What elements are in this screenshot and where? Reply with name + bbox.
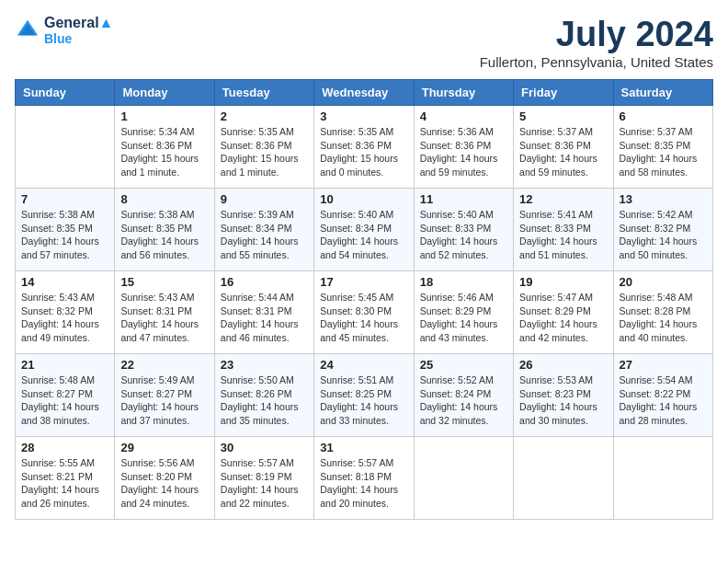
calendar-week-row: 1Sunrise: 5:34 AM Sunset: 8:36 PM Daylig… xyxy=(16,106,713,189)
column-header-thursday: Thursday xyxy=(414,80,513,106)
day-info: Sunrise: 5:35 AM Sunset: 8:36 PM Dayligh… xyxy=(221,125,308,179)
day-number: 13 xyxy=(620,192,707,206)
day-number: 25 xyxy=(420,358,507,372)
title-block: July 2024 Fullerton, Pennsylvania, Unite… xyxy=(480,15,713,70)
calendar-cell: 12Sunrise: 5:41 AM Sunset: 8:33 PM Dayli… xyxy=(514,189,613,271)
calendar-cell: 19Sunrise: 5:47 AM Sunset: 8:29 PM Dayli… xyxy=(514,271,613,354)
calendar-cell: 29Sunrise: 5:56 AM Sunset: 8:20 PM Dayli… xyxy=(115,437,214,520)
day-info: Sunrise: 5:38 AM Sunset: 8:35 PM Dayligh… xyxy=(21,208,108,262)
calendar-cell: 25Sunrise: 5:52 AM Sunset: 8:24 PM Dayli… xyxy=(414,354,513,437)
calendar-cell: 24Sunrise: 5:51 AM Sunset: 8:25 PM Dayli… xyxy=(314,354,414,437)
day-number: 1 xyxy=(120,109,208,123)
day-info: Sunrise: 5:42 AM Sunset: 8:32 PM Dayligh… xyxy=(620,208,707,262)
day-number: 29 xyxy=(120,441,208,454)
calendar-cell: 1Sunrise: 5:34 AM Sunset: 8:36 PM Daylig… xyxy=(115,106,214,189)
column-header-friday: Friday xyxy=(514,80,613,106)
day-number: 27 xyxy=(620,358,707,372)
calendar-cell: 30Sunrise: 5:57 AM Sunset: 8:19 PM Dayli… xyxy=(214,437,313,520)
day-number: 2 xyxy=(221,109,308,123)
calendar-week-row: 28Sunrise: 5:55 AM Sunset: 8:21 PM Dayli… xyxy=(16,437,713,520)
page-header: General▲ Blue July 2024 Fullerton, Penns… xyxy=(15,15,713,70)
calendar-cell: 16Sunrise: 5:44 AM Sunset: 8:31 PM Dayli… xyxy=(214,271,313,354)
location: Fullerton, Pennsylvania, United States xyxy=(480,54,713,70)
day-number: 14 xyxy=(21,275,108,289)
day-info: Sunrise: 5:45 AM Sunset: 8:30 PM Dayligh… xyxy=(320,291,407,345)
day-info: Sunrise: 5:51 AM Sunset: 8:25 PM Dayligh… xyxy=(320,373,407,428)
day-info: Sunrise: 5:48 AM Sunset: 8:28 PM Dayligh… xyxy=(620,291,707,345)
day-info: Sunrise: 5:38 AM Sunset: 8:35 PM Dayligh… xyxy=(120,208,208,262)
day-info: Sunrise: 5:39 AM Sunset: 8:34 PM Dayligh… xyxy=(221,208,308,262)
calendar-cell: 4Sunrise: 5:36 AM Sunset: 8:36 PM Daylig… xyxy=(414,106,513,189)
day-info: Sunrise: 5:37 AM Sunset: 8:36 PM Dayligh… xyxy=(519,125,607,179)
calendar-cell: 23Sunrise: 5:50 AM Sunset: 8:26 PM Dayli… xyxy=(214,354,313,437)
day-info: Sunrise: 5:49 AM Sunset: 8:27 PM Dayligh… xyxy=(120,373,208,428)
calendar-cell: 9Sunrise: 5:39 AM Sunset: 8:34 PM Daylig… xyxy=(214,189,313,271)
day-number: 28 xyxy=(21,441,108,454)
day-info: Sunrise: 5:43 AM Sunset: 8:31 PM Dayligh… xyxy=(120,291,208,345)
day-number: 30 xyxy=(221,441,308,454)
calendar-cell xyxy=(514,437,613,520)
calendar-cell: 11Sunrise: 5:40 AM Sunset: 8:33 PM Dayli… xyxy=(414,189,513,271)
day-info: Sunrise: 5:57 AM Sunset: 8:18 PM Dayligh… xyxy=(320,456,407,511)
day-number: 9 xyxy=(221,192,308,206)
calendar-cell: 27Sunrise: 5:54 AM Sunset: 8:22 PM Dayli… xyxy=(613,354,712,437)
calendar-cell: 15Sunrise: 5:43 AM Sunset: 8:31 PM Dayli… xyxy=(115,271,214,354)
calendar-cell: 7Sunrise: 5:38 AM Sunset: 8:35 PM Daylig… xyxy=(16,189,115,271)
calendar-cell: 18Sunrise: 5:46 AM Sunset: 8:29 PM Dayli… xyxy=(414,271,513,354)
day-number: 11 xyxy=(420,192,507,206)
day-info: Sunrise: 5:56 AM Sunset: 8:20 PM Dayligh… xyxy=(120,456,208,511)
column-header-saturday: Saturday xyxy=(613,80,712,106)
calendar-table: SundayMondayTuesdayWednesdayThursdayFrid… xyxy=(15,79,713,520)
day-number: 17 xyxy=(320,275,407,289)
day-info: Sunrise: 5:44 AM Sunset: 8:31 PM Dayligh… xyxy=(221,291,308,345)
calendar-cell: 8Sunrise: 5:38 AM Sunset: 8:35 PM Daylig… xyxy=(115,189,214,271)
calendar-cell: 20Sunrise: 5:48 AM Sunset: 8:28 PM Dayli… xyxy=(613,271,712,354)
day-number: 10 xyxy=(320,192,407,206)
day-number: 5 xyxy=(519,109,607,123)
day-info: Sunrise: 5:53 AM Sunset: 8:23 PM Dayligh… xyxy=(519,373,607,428)
logo-text: General▲ Blue xyxy=(44,15,113,46)
calendar-cell: 5Sunrise: 5:37 AM Sunset: 8:36 PM Daylig… xyxy=(514,106,613,189)
day-info: Sunrise: 5:36 AM Sunset: 8:36 PM Dayligh… xyxy=(420,125,507,179)
day-number: 23 xyxy=(221,358,308,372)
calendar-cell: 17Sunrise: 5:45 AM Sunset: 8:30 PM Dayli… xyxy=(314,271,414,354)
column-header-sunday: Sunday xyxy=(16,80,115,106)
calendar-week-row: 7Sunrise: 5:38 AM Sunset: 8:35 PM Daylig… xyxy=(16,189,713,271)
calendar-cell: 10Sunrise: 5:40 AM Sunset: 8:34 PM Dayli… xyxy=(314,189,414,271)
day-info: Sunrise: 5:55 AM Sunset: 8:21 PM Dayligh… xyxy=(21,456,108,511)
calendar-cell: 6Sunrise: 5:37 AM Sunset: 8:35 PM Daylig… xyxy=(613,106,712,189)
day-info: Sunrise: 5:48 AM Sunset: 8:27 PM Dayligh… xyxy=(21,373,108,428)
day-info: Sunrise: 5:34 AM Sunset: 8:36 PM Dayligh… xyxy=(120,125,208,179)
day-number: 21 xyxy=(21,358,108,372)
day-info: Sunrise: 5:41 AM Sunset: 8:33 PM Dayligh… xyxy=(519,208,607,262)
calendar-cell: 13Sunrise: 5:42 AM Sunset: 8:32 PM Dayli… xyxy=(613,189,712,271)
logo: General▲ Blue xyxy=(15,15,113,46)
calendar-week-row: 21Sunrise: 5:48 AM Sunset: 8:27 PM Dayli… xyxy=(16,354,713,437)
calendar-cell: 21Sunrise: 5:48 AM Sunset: 8:27 PM Dayli… xyxy=(16,354,115,437)
day-number: 3 xyxy=(320,109,407,123)
day-info: Sunrise: 5:52 AM Sunset: 8:24 PM Dayligh… xyxy=(420,373,507,428)
day-info: Sunrise: 5:50 AM Sunset: 8:26 PM Dayligh… xyxy=(221,373,308,428)
calendar-cell: 14Sunrise: 5:43 AM Sunset: 8:32 PM Dayli… xyxy=(16,271,115,354)
day-info: Sunrise: 5:35 AM Sunset: 8:36 PM Dayligh… xyxy=(320,125,407,179)
calendar-cell: 2Sunrise: 5:35 AM Sunset: 8:36 PM Daylig… xyxy=(214,106,313,189)
day-info: Sunrise: 5:54 AM Sunset: 8:22 PM Dayligh… xyxy=(620,373,707,428)
day-number: 18 xyxy=(420,275,507,289)
day-number: 31 xyxy=(320,441,407,454)
day-number: 15 xyxy=(120,275,208,289)
day-number: 20 xyxy=(620,275,707,289)
day-info: Sunrise: 5:40 AM Sunset: 8:34 PM Dayligh… xyxy=(320,208,407,262)
calendar-cell xyxy=(613,437,712,520)
day-number: 16 xyxy=(221,275,308,289)
calendar-cell xyxy=(414,437,513,520)
day-number: 12 xyxy=(519,192,607,206)
day-info: Sunrise: 5:47 AM Sunset: 8:29 PM Dayligh… xyxy=(519,291,607,345)
column-header-wednesday: Wednesday xyxy=(314,80,414,106)
day-info: Sunrise: 5:37 AM Sunset: 8:35 PM Dayligh… xyxy=(620,125,707,179)
logo-icon xyxy=(15,17,40,43)
day-number: 19 xyxy=(519,275,607,289)
day-number: 22 xyxy=(120,358,208,372)
calendar-header-row: SundayMondayTuesdayWednesdayThursdayFrid… xyxy=(16,80,713,106)
calendar-cell: 22Sunrise: 5:49 AM Sunset: 8:27 PM Dayli… xyxy=(115,354,214,437)
day-number: 26 xyxy=(519,358,607,372)
